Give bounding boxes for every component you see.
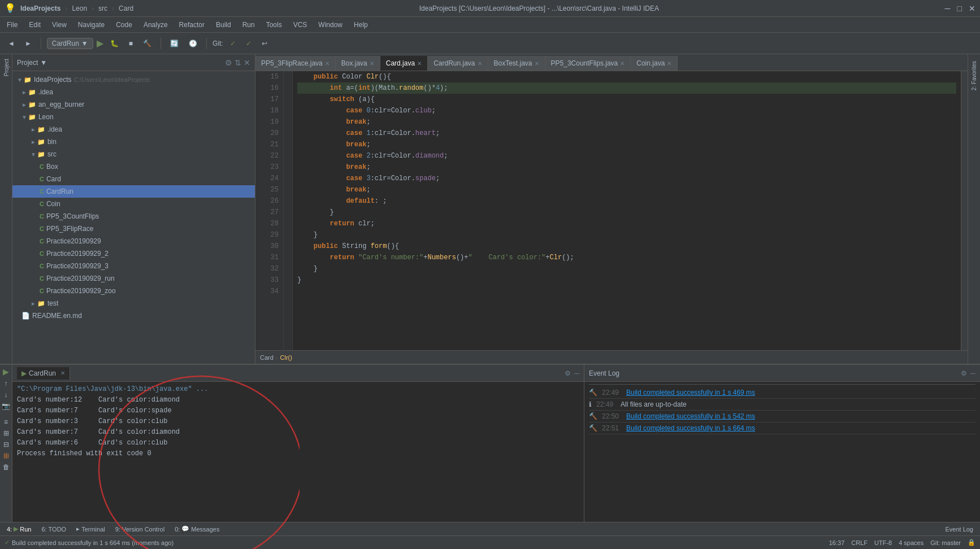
tree-item-practicezoo[interactable]: C Practice20190929_zoo — [12, 285, 255, 297]
tab-cardrun-close[interactable]: ✕ — [478, 60, 482, 67]
menu-window[interactable]: Window — [314, 20, 347, 30]
tree-item-cardrun[interactable]: C CardRun — [12, 185, 255, 198]
run-config-dropdown[interactable]: CardRun ▼ — [47, 38, 93, 49]
project-dropdown-icon[interactable]: ▼ — [40, 59, 47, 67]
menu-run[interactable]: Run — [238, 20, 259, 30]
event-link-1[interactable]: Build completed successfully in 1 s 469 … — [626, 389, 755, 396]
tab-coin[interactable]: Coin.java ✕ — [631, 56, 678, 71]
tab-pp5countflips[interactable]: PP5_3CountFlips.java ✕ — [545, 56, 631, 71]
tab-pp5-3fliprace[interactable]: PP5_3FlipRace.java ✕ — [255, 56, 336, 71]
bottom-tab-run[interactable]: 4: ▶ Run — [2, 524, 36, 534]
tab-box-close[interactable]: ✕ — [370, 60, 374, 67]
status-git-branch[interactable]: Git: master — [930, 539, 961, 546]
run-minimize-icon[interactable]: ─ — [574, 369, 579, 377]
run-tab-cardrun[interactable]: ▶ CardRun ✕ — [17, 367, 70, 380]
tree-item-bin[interactable]: ► 📁 bin — [12, 136, 255, 148]
event-log-content: 🔨 22:49 Build completed successfully in … — [584, 382, 980, 522]
menu-refactor[interactable]: Refactor — [175, 20, 209, 30]
tab-boxtest[interactable]: BoxTest.java ✕ — [488, 56, 545, 71]
tree-root[interactable]: ▼ 📁 IdeaProjects C:\Users\Leon\IdeaProje… — [12, 73, 255, 86]
run-settings-icon[interactable]: ⚙ — [565, 369, 571, 377]
history-button[interactable]: 🕐 — [185, 38, 201, 49]
bottom-tab-todo[interactable]: 6: TODO — [37, 525, 71, 534]
tree-item-leon[interactable]: ▼ 📁 Leon — [12, 111, 255, 123]
tree-item-coin[interactable]: C Coin — [12, 198, 255, 210]
minimize-button[interactable]: ─ — [945, 4, 951, 13]
tree-item-practicerun[interactable]: C Practice20190929_run — [12, 272, 255, 285]
git-back[interactable]: ↩ — [258, 38, 271, 49]
status-encoding[interactable]: UTF-8 — [874, 539, 892, 546]
bottom-tab-eventlog[interactable]: Event Log — [940, 525, 978, 534]
menu-help[interactable]: Help — [349, 20, 372, 30]
tab-card-close[interactable]: ✕ — [417, 60, 422, 67]
tree-item-readme[interactable]: 📄 README.en.md — [12, 310, 255, 322]
tree-item-practice2[interactable]: C Practice20190929_2 — [12, 247, 255, 260]
menu-code[interactable]: Code — [111, 20, 137, 30]
tree-item-practice3[interactable]: C Practice20190929_3 — [12, 260, 255, 272]
run-more-icon-1[interactable]: ≡ — [4, 418, 8, 426]
git-checkmark-2[interactable]: ✓ — [242, 38, 255, 49]
run-tab-close-icon[interactable]: ✕ — [60, 370, 65, 376]
menu-tools[interactable]: Tools — [262, 20, 287, 30]
menu-analyze[interactable]: Analyze — [139, 20, 172, 30]
run-more-icon-2[interactable]: ⊞ — [3, 429, 9, 437]
run-screenshot-icon[interactable]: 📷 — [2, 402, 10, 410]
tree-item-countflips[interactable]: C PP5_3CountFlips — [12, 210, 255, 223]
run-align-icon[interactable]: ⊟ — [3, 441, 9, 448]
menu-file[interactable]: File — [2, 20, 22, 30]
code-text[interactable]: public Color Clr(){ int a=(int)(Math.ran… — [293, 71, 961, 350]
run-delete-icon[interactable]: 🗑 — [3, 463, 10, 471]
run-down-icon[interactable]: ↓ — [5, 391, 8, 399]
event-link-3[interactable]: Build completed successfully in 1 s 542 … — [626, 412, 755, 420]
build-button[interactable]: 🔨 — [140, 38, 155, 49]
git-checkmark-1[interactable]: ✓ — [227, 38, 239, 49]
status-position[interactable]: 16:37 — [829, 539, 845, 546]
bottom-tab-terminal[interactable]: ▸ Terminal — [72, 524, 110, 534]
tree-item-idea[interactable]: ► 📁 .idea — [12, 86, 255, 98]
tab-coin-close[interactable]: ✕ — [667, 60, 671, 67]
event-minimize-icon[interactable]: ─ — [970, 369, 975, 377]
tab-pp5-3fliprace-close[interactable]: ✕ — [325, 60, 329, 67]
tree-item-test[interactable]: ► 📁 test — [12, 297, 255, 310]
status-indent[interactable]: 4 spaces — [899, 539, 923, 546]
gear-icon[interactable]: ⚙ — [225, 58, 232, 67]
tab-cardrun[interactable]: CardRun.java ✕ — [428, 56, 488, 71]
project-icon[interactable]: Project — [0, 56, 12, 79]
tab-pp5countflips-close[interactable]: ✕ — [620, 60, 625, 67]
close-panel-icon[interactable]: ✕ — [244, 58, 250, 67]
tree-item-src[interactable]: ▼ 📁 src — [12, 148, 255, 160]
menu-edit[interactable]: Edit — [24, 20, 45, 30]
event-settings-icon[interactable]: ⚙ — [961, 369, 967, 377]
project-panel: Project ▼ ⚙ ⇅ ✕ ▼ 📁 IdeaProjects C:\User… — [12, 54, 255, 364]
debug-button[interactable]: 🐛 — [107, 38, 122, 49]
menu-vcs[interactable]: VCS — [289, 20, 312, 30]
status-line-ending[interactable]: CRLF — [851, 539, 868, 546]
tree-item-card[interactable]: C Card — [12, 173, 255, 185]
run-play-icon[interactable]: ▶ — [3, 367, 9, 376]
tree-item-egg[interactable]: ► 📁 an_egg_burner — [12, 98, 255, 111]
bottom-tab-vcs[interactable]: 9: Version Control — [111, 525, 169, 534]
tree-item-fliprace[interactable]: C PP5_3FlipRace — [12, 223, 255, 235]
expand-all-icon[interactable]: ⇅ — [235, 58, 241, 67]
tree-item-leon-idea[interactable]: ► 📁 .idea — [12, 123, 255, 136]
run-filter-icon[interactable]: ⊞ — [3, 452, 9, 460]
maximize-button[interactable]: □ — [957, 4, 962, 13]
stop-button[interactable]: ■ — [125, 38, 136, 49]
tab-box[interactable]: Box.java ✕ — [336, 56, 380, 71]
bottom-tab-messages[interactable]: 0: 💬 Messages — [170, 524, 224, 534]
tab-boxtest-close[interactable]: ✕ — [535, 60, 539, 67]
menu-build[interactable]: Build — [211, 20, 236, 30]
forward-button[interactable]: ► — [21, 38, 35, 49]
back-button[interactable]: ◄ — [5, 38, 18, 49]
close-button[interactable]: ✕ — [969, 4, 975, 13]
tree-item-box[interactable]: C Box — [12, 160, 255, 173]
run-restart-icon[interactable]: ↑ — [5, 380, 8, 387]
event-link-4[interactable]: Build completed successfully in 1 s 664 … — [626, 424, 755, 432]
tab-card[interactable]: Card.java ✕ — [380, 56, 428, 71]
menu-view[interactable]: View — [47, 20, 71, 30]
update-button[interactable]: 🔄 — [167, 38, 182, 49]
tree-item-practice1[interactable]: C Practice20190929 — [12, 235, 255, 247]
menu-navigate[interactable]: Navigate — [73, 20, 109, 30]
run-button[interactable]: ▶ — [97, 38, 103, 49]
code-editor[interactable]: 15 16 17 18 19 20 21 22 23 24 25 26 27 2… — [255, 71, 968, 350]
